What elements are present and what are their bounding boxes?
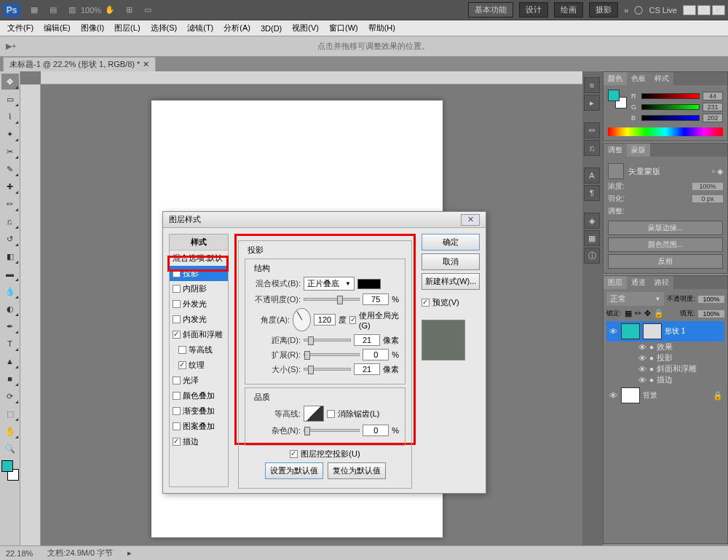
- style-drop-shadow[interactable]: 投影: [170, 266, 228, 281]
- size-slider[interactable]: [304, 368, 351, 371]
- mini-bridge-icon[interactable]: ▤: [45, 4, 61, 17]
- style-contour[interactable]: 等高线: [170, 342, 228, 358]
- layer-blend-select[interactable]: 正常▼: [606, 292, 664, 306]
- fx-stroke[interactable]: 👁 ● 描边: [606, 374, 724, 385]
- preview-checkbox[interactable]: [422, 299, 430, 307]
- invert-btn[interactable]: 反相: [608, 254, 723, 269]
- layer-shape1[interactable]: 👁 形状 1: [606, 321, 724, 342]
- color-swatches[interactable]: [1, 460, 19, 481]
- history-brush-tool[interactable]: ↺: [1, 231, 19, 247]
- actions-panel-icon[interactable]: ▸: [584, 95, 600, 111]
- close-btn[interactable]: ✕: [712, 5, 725, 15]
- mask-thumb[interactable]: [608, 163, 624, 179]
- screen-mode-icon[interactable]: ▭: [140, 4, 156, 17]
- knockout-checkbox[interactable]: [290, 450, 298, 458]
- masks-tab[interactable]: 蒙版: [627, 143, 650, 157]
- minimize-btn[interactable]: ─: [683, 5, 696, 15]
- stamp-tool[interactable]: ⎌: [1, 213, 19, 229]
- style-stroke[interactable]: 描边: [170, 434, 228, 449]
- styles-header[interactable]: 样式: [170, 234, 228, 251]
- layer-background[interactable]: 👁 背景 🔒: [606, 385, 724, 406]
- menu-layer[interactable]: 图层(L): [110, 21, 144, 35]
- fx-drop-shadow[interactable]: 👁 ● 投影: [606, 352, 724, 363]
- healing-tool[interactable]: ✚: [1, 178, 19, 194]
- brush-panel-icon[interactable]: ✏: [584, 122, 600, 138]
- adjustments-tab[interactable]: 调整: [604, 143, 627, 157]
- clone-panel-icon[interactable]: ⎌: [584, 140, 600, 156]
- nav-panel-icon[interactable]: ◈: [584, 213, 600, 229]
- zoom-level[interactable]: 22.18%: [6, 549, 33, 558]
- workspace-photo[interactable]: 摄影: [589, 2, 618, 17]
- doc-info[interactable]: 文档:24.9M/0 字节: [47, 548, 113, 559]
- new-style-button[interactable]: 新建样式(W)...: [422, 273, 480, 290]
- menu-filter[interactable]: 滤镜(T): [183, 21, 218, 35]
- fx-bevel[interactable]: 👁 ● 斜面和浮雕: [606, 363, 724, 374]
- menu-analysis[interactable]: 分析(A): [219, 21, 255, 35]
- contour-picker[interactable]: [304, 406, 324, 422]
- visibility-icon[interactable]: 👁: [608, 391, 618, 400]
- brush-tool[interactable]: ✏: [1, 196, 19, 212]
- view-extras-icon[interactable]: ▥: [64, 4, 80, 17]
- shadow-color[interactable]: [357, 279, 381, 289]
- more-workspaces[interactable]: »: [624, 6, 628, 15]
- lasso-tool[interactable]: ⌇: [1, 109, 19, 125]
- move-tool[interactable]: ✥: [1, 74, 19, 90]
- gradient-tool[interactable]: ▬: [1, 266, 19, 282]
- reset-default-btn[interactable]: 复位为默认值: [328, 462, 386, 479]
- style-outer-glow[interactable]: 外发光: [170, 296, 228, 312]
- dodge-tool[interactable]: ◐: [1, 301, 19, 317]
- spread-input[interactable]: 0: [363, 349, 389, 360]
- hand-icon[interactable]: ✋: [102, 4, 118, 17]
- fx-header[interactable]: 👁 ● 效果: [606, 342, 724, 352]
- crop-tool[interactable]: ✂: [1, 143, 19, 159]
- menu-select[interactable]: 选择(S): [146, 21, 182, 35]
- opacity-input[interactable]: 75: [363, 293, 389, 305]
- layer-mask-thumb[interactable]: [643, 323, 662, 339]
- style-texture[interactable]: 纹理: [170, 358, 228, 373]
- swatches-tab[interactable]: 色板: [627, 72, 650, 85]
- r-slider[interactable]: [641, 93, 700, 99]
- lock-position-icon[interactable]: ✥: [644, 309, 651, 318]
- maximize-btn[interactable]: □: [697, 5, 711, 15]
- zoom-tool[interactable]: 🔍: [1, 441, 19, 457]
- channels-tab[interactable]: 通道: [627, 276, 650, 289]
- menu-3d[interactable]: 3D(D): [256, 23, 286, 34]
- 3d-tool[interactable]: ⟳: [1, 388, 19, 404]
- color-range-btn[interactable]: 颜色范围...: [608, 237, 723, 252]
- distance-slider[interactable]: [304, 339, 351, 342]
- document-tab[interactable]: 未标题-1 @ 22.2% (形状 1, RGB/8) * ✕: [3, 57, 156, 72]
- cslive-label[interactable]: CS Live: [649, 6, 677, 15]
- menu-image[interactable]: 图像(I): [76, 21, 108, 35]
- global-light-checkbox[interactable]: [349, 316, 356, 324]
- lock-all-icon[interactable]: 🔒: [654, 309, 664, 318]
- noise-input[interactable]: 0: [363, 425, 389, 436]
- menu-view[interactable]: 视图(V): [288, 21, 323, 35]
- dialog-titlebar[interactable]: 图层样式 ✕: [163, 212, 486, 228]
- ruler-vertical[interactable]: [20, 84, 41, 545]
- info-panel-icon[interactable]: ⓘ: [584, 248, 600, 264]
- color-tab[interactable]: 颜色: [604, 72, 627, 85]
- 3d-camera-tool[interactable]: ⬚: [1, 406, 19, 422]
- blur-tool[interactable]: 💧: [1, 283, 19, 299]
- wand-tool[interactable]: ✦: [1, 126, 19, 142]
- history-panel-icon[interactable]: ≡: [584, 77, 600, 93]
- layer-thumb[interactable]: [621, 387, 640, 403]
- style-satin[interactable]: 光泽: [170, 373, 228, 388]
- path-select-tool[interactable]: ▲: [1, 353, 19, 369]
- bridge-icon[interactable]: ▦: [26, 4, 42, 17]
- distance-input[interactable]: 21: [354, 334, 380, 346]
- dialog-close-btn[interactable]: ✕: [461, 214, 480, 226]
- size-input[interactable]: 21: [354, 363, 380, 375]
- workspace-design[interactable]: 设计: [519, 2, 548, 17]
- lock-transparent-icon[interactable]: ▦: [625, 309, 632, 318]
- styles-tab[interactable]: 样式: [650, 72, 673, 85]
- style-color-overlay[interactable]: 颜色叠加: [170, 388, 228, 403]
- char-panel-icon[interactable]: A: [584, 167, 600, 184]
- color-spectrum[interactable]: [608, 127, 723, 136]
- workspace-essentials[interactable]: 基本功能: [468, 2, 513, 17]
- eyedropper-tool[interactable]: ✎: [1, 161, 19, 177]
- blend-options-item[interactable]: 混合选项:默认: [170, 251, 228, 266]
- style-inner-shadow[interactable]: 内阴影: [170, 281, 228, 296]
- visibility-icon[interactable]: 👁: [608, 327, 618, 336]
- angle-dial[interactable]: [293, 308, 311, 331]
